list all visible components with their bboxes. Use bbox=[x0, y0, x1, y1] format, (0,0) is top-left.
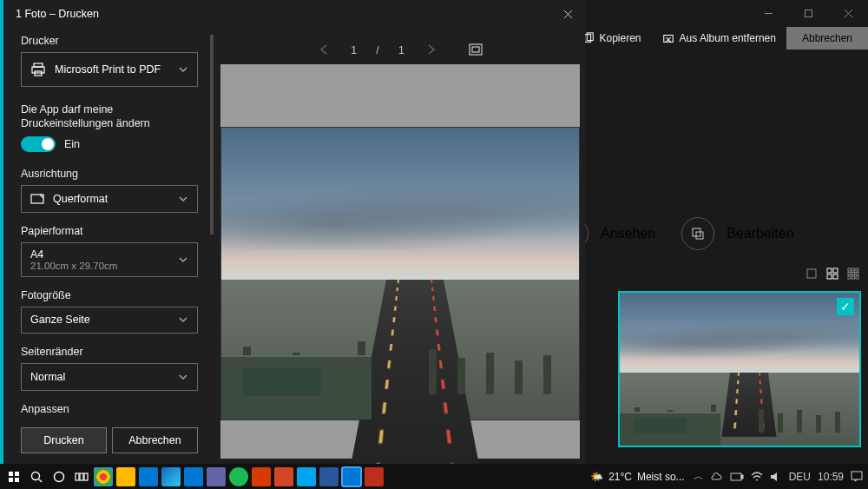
paper-format-label: Papierformat bbox=[21, 225, 198, 237]
photo-size-value: Ganze Seite bbox=[30, 314, 178, 326]
volume-icon[interactable] bbox=[770, 472, 782, 482]
printer-select[interactable]: Microsoft Print to PDF bbox=[21, 52, 198, 87]
chevron-down-icon bbox=[178, 314, 188, 325]
edge-app-icon[interactable] bbox=[161, 467, 181, 486]
spotify-app-icon[interactable] bbox=[229, 467, 248, 486]
toolbar-copy-label: Kopieren bbox=[600, 32, 641, 44]
search-icon[interactable] bbox=[28, 468, 45, 486]
action-center-icon[interactable] bbox=[851, 471, 863, 482]
preview-page bbox=[220, 127, 580, 420]
edit-action[interactable]: Bearbeiten bbox=[681, 217, 793, 250]
cortana-icon[interactable] bbox=[50, 468, 68, 486]
fit-label: Anpassen bbox=[21, 403, 198, 415]
pager-next-button[interactable] bbox=[424, 43, 437, 56]
app-icon[interactable] bbox=[297, 467, 316, 486]
taskbar-apps bbox=[94, 467, 384, 486]
language-indicator[interactable]: DEU bbox=[789, 471, 811, 483]
svg-rect-17 bbox=[696, 232, 703, 239]
weather-icon: 🌤️ bbox=[590, 471, 603, 483]
cancel-print-label: Abbrechen bbox=[128, 434, 181, 446]
toolbar-remove-album-label: Aus Album entfernen bbox=[680, 32, 776, 44]
wifi-icon[interactable] bbox=[751, 472, 763, 482]
clock[interactable]: 10:59 bbox=[818, 471, 844, 483]
app-icon[interactable] bbox=[365, 467, 384, 486]
svg-rect-27 bbox=[852, 273, 855, 275]
chevron-down-icon bbox=[178, 194, 188, 204]
onedrive-icon[interactable] bbox=[711, 472, 723, 482]
weather-widget[interactable]: 🌤️ 21°C Meist so... bbox=[590, 471, 685, 483]
explorer-app-icon[interactable] bbox=[116, 467, 135, 486]
svg-rect-24 bbox=[852, 268, 855, 271]
app-permission-label: Die App darf meine Druckeinstellungen än… bbox=[21, 102, 198, 132]
mail-app-icon[interactable] bbox=[139, 467, 158, 486]
svg-rect-22 bbox=[833, 274, 838, 279]
app-permission-toggle[interactable] bbox=[21, 136, 56, 152]
battery-icon[interactable] bbox=[730, 472, 744, 481]
confirm-print-button[interactable]: Drucken bbox=[21, 427, 107, 453]
chevron-down-icon bbox=[178, 254, 188, 265]
maximize-button[interactable] bbox=[788, 0, 828, 26]
margins-select[interactable]: Normal bbox=[21, 363, 198, 391]
taskbar-right: 🌤️ 21°C Meist so... ︿ DEU 10:59 bbox=[590, 469, 863, 484]
svg-rect-19 bbox=[827, 268, 832, 273]
margins-value: Normal bbox=[30, 371, 178, 383]
svg-rect-38 bbox=[470, 44, 482, 55]
svg-rect-41 bbox=[15, 472, 19, 476]
weather-temp: 21°C bbox=[608, 471, 632, 483]
close-window-button[interactable] bbox=[828, 0, 868, 26]
view-small-grid-icon[interactable] bbox=[845, 266, 861, 281]
svg-line-45 bbox=[39, 479, 42, 482]
margins-label: Seitenränder bbox=[21, 346, 198, 358]
tray-chevron-icon[interactable]: ︿ bbox=[694, 469, 704, 484]
svg-rect-20 bbox=[833, 268, 838, 273]
task-view-icon[interactable] bbox=[73, 468, 90, 486]
svg-rect-53 bbox=[852, 472, 862, 479]
svg-rect-26 bbox=[848, 273, 851, 275]
svg-rect-48 bbox=[80, 473, 83, 480]
paper-format-select[interactable]: A4 21.00cm x 29.70cm bbox=[21, 242, 198, 277]
photo-size-select[interactable]: Ganze Seite bbox=[21, 307, 198, 334]
svg-rect-47 bbox=[76, 473, 79, 480]
windows-taskbar: 🌤️ 21°C Meist so... ︿ DEU 10:59 bbox=[0, 464, 868, 489]
landscape-icon bbox=[30, 193, 44, 205]
pager-prev-button[interactable] bbox=[318, 43, 332, 56]
view-action-label: Ansehen bbox=[601, 226, 655, 241]
toolbar-remove-album-button[interactable]: Aus Album entfernen bbox=[652, 27, 786, 50]
photos-app-icon[interactable] bbox=[342, 467, 361, 486]
cancel-print-button[interactable]: Abbrechen bbox=[112, 427, 198, 453]
taskbar-left bbox=[5, 468, 90, 486]
dialog-close-button[interactable] bbox=[563, 10, 573, 19]
svg-rect-21 bbox=[827, 274, 832, 279]
printer-icon bbox=[30, 62, 46, 77]
start-button[interactable] bbox=[5, 468, 23, 486]
store-app-icon[interactable] bbox=[184, 467, 203, 486]
dialog-settings-panel: Drucker Microsoft Print to PDF Die App d… bbox=[3, 0, 215, 464]
dialog-action-buttons: Drucken Abbrechen bbox=[21, 420, 198, 453]
chrome-app-icon[interactable] bbox=[94, 467, 113, 486]
view-single-icon[interactable] bbox=[804, 266, 819, 281]
orientation-value: Querformat bbox=[53, 193, 178, 205]
svg-marker-52 bbox=[771, 472, 777, 481]
chevron-down-icon bbox=[178, 64, 188, 75]
weather-text: Meist so... bbox=[637, 471, 685, 483]
thumbnail-selected-check-icon[interactable]: ✓ bbox=[837, 298, 854, 315]
confirm-print-label: Drucken bbox=[43, 434, 84, 446]
powerpoint-app-icon[interactable] bbox=[252, 467, 271, 486]
svg-rect-35 bbox=[32, 67, 44, 73]
minimize-button[interactable] bbox=[748, 0, 788, 26]
toolbar-cancel-button[interactable]: Abbrechen bbox=[786, 27, 868, 50]
toggle-on-label: Ein bbox=[64, 138, 80, 150]
settings-scrollbar[interactable] bbox=[210, 35, 214, 400]
orientation-select[interactable]: Querformat bbox=[21, 185, 198, 213]
selected-thumbnail[interactable]: ✓ bbox=[618, 291, 861, 447]
view-grid-icon[interactable] bbox=[825, 266, 840, 281]
pager-current: 1 bbox=[351, 43, 357, 56]
svg-rect-49 bbox=[84, 473, 88, 480]
teams-app-icon[interactable] bbox=[207, 467, 226, 486]
printer-label: Drucker bbox=[21, 35, 198, 47]
svg-rect-28 bbox=[856, 273, 858, 275]
app-icon[interactable] bbox=[274, 467, 293, 486]
pager-fit-icon[interactable] bbox=[469, 43, 483, 56]
word-app-icon[interactable] bbox=[319, 467, 339, 486]
print-dialog: 1 Foto – Drucken Drucker Microsoft Print… bbox=[0, 0, 585, 464]
